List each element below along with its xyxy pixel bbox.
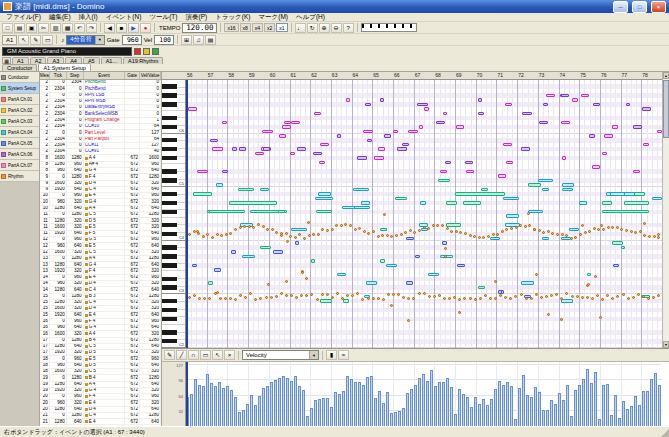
- midi-note[interactable]: [542, 188, 550, 192]
- cc-event-dot[interactable]: [257, 223, 260, 226]
- select-tool[interactable]: ↖: [18, 35, 29, 45]
- midi-note[interactable]: [505, 223, 520, 227]
- cc-event-dot[interactable]: [599, 316, 602, 319]
- cc-event-dot[interactable]: [206, 233, 209, 236]
- midi-note[interactable]: [378, 147, 385, 151]
- velocity-bar[interactable]: [610, 415, 613, 426]
- velocity-bars[interactable]: [186, 362, 662, 426]
- cc-event-dot[interactable]: [515, 226, 518, 229]
- piano-keys[interactable]: C6C5C4C3C2: [162, 80, 186, 348]
- midi-note[interactable]: [572, 98, 578, 102]
- velocity-bar[interactable]: [470, 407, 473, 426]
- cc-event-dot[interactable]: [244, 296, 247, 299]
- track-item[interactable]: Rhythm: [0, 171, 39, 182]
- midi-note[interactable]: [633, 170, 640, 174]
- cc-event-dot[interactable]: [294, 236, 297, 239]
- midi-note[interactable]: [231, 250, 236, 254]
- midi-note[interactable]: [240, 223, 253, 227]
- cc-event-dot[interactable]: [474, 298, 477, 301]
- menu-insert[interactable]: 挿入(I): [75, 14, 102, 21]
- midi-note[interactable]: [420, 201, 426, 205]
- cut-button[interactable]: ✂: [38, 23, 49, 33]
- midi-note[interactable]: [542, 237, 548, 241]
- midi-note[interactable]: [386, 264, 396, 268]
- cc-event-dot[interactable]: [383, 213, 386, 216]
- velocity-bar[interactable]: [494, 389, 497, 426]
- velocity-bar[interactable]: [570, 416, 573, 426]
- cc-event-dot[interactable]: [229, 297, 232, 300]
- cc-event-dot[interactable]: [219, 297, 222, 300]
- cc-event-dot[interactable]: [611, 226, 614, 229]
- velocity-bar[interactable]: [234, 397, 237, 426]
- velocity-bar[interactable]: [230, 390, 233, 426]
- track-item[interactable]: PartA Ch.05: [0, 138, 39, 149]
- midi-note[interactable]: [562, 156, 567, 160]
- cc-event-dot[interactable]: [620, 228, 623, 231]
- cc-event-dot[interactable]: [307, 221, 310, 224]
- line-tool[interactable]: ╱: [176, 350, 187, 360]
- chord-button[interactable]: ♫: [193, 35, 204, 45]
- midi-note[interactable]: [346, 98, 351, 102]
- cc-event-dot[interactable]: [404, 231, 407, 234]
- velocity-bar[interactable]: [498, 381, 501, 426]
- midi-note[interactable]: [238, 188, 254, 192]
- cc-event-dot[interactable]: [202, 235, 205, 238]
- velocity-bar[interactable]: [426, 381, 429, 426]
- velocity-bar[interactable]: [342, 391, 345, 426]
- velocity-bar[interactable]: [382, 403, 385, 426]
- eraser-tool[interactable]: ▭: [42, 35, 53, 45]
- midi-note[interactable]: [380, 259, 385, 263]
- cc-event-dot[interactable]: [377, 297, 380, 300]
- midi-note[interactable]: [652, 197, 662, 201]
- velocity-bar[interactable]: [454, 414, 457, 426]
- vertical-scrollbar[interactable]: ▲▼: [662, 72, 669, 348]
- velocity-bar[interactable]: [326, 398, 329, 426]
- midi-note[interactable]: [621, 246, 626, 250]
- cc-event-dot[interactable]: [528, 224, 531, 227]
- midi-note[interactable]: [210, 139, 218, 143]
- cc-event-dot[interactable]: [381, 234, 384, 237]
- tab-conductor[interactable]: Conductor: [2, 64, 37, 71]
- midi-note[interactable]: [222, 170, 228, 174]
- midi-note[interactable]: [229, 201, 278, 205]
- velocity-bar[interactable]: [394, 412, 397, 426]
- black-key[interactable]: [162, 339, 177, 343]
- cc-event-dot[interactable]: [387, 293, 390, 296]
- velocity-bar[interactable]: [374, 398, 377, 426]
- velocity-bar[interactable]: [262, 388, 265, 426]
- velocity-bar[interactable]: [502, 385, 505, 426]
- velocity-bar[interactable]: [574, 390, 577, 426]
- pencil-tool[interactable]: ✎: [164, 350, 175, 360]
- velocity-bar[interactable]: [530, 397, 533, 426]
- cc-event-dot[interactable]: [510, 227, 513, 230]
- undo-button[interactable]: ↶: [74, 23, 85, 33]
- midi-note[interactable]: [260, 246, 271, 250]
- cc-event-dot[interactable]: [220, 234, 223, 237]
- midi-note[interactable]: [521, 147, 531, 151]
- midi-note[interactable]: [561, 121, 570, 125]
- menu-track[interactable]: トラック(K): [211, 14, 254, 21]
- velocity-bar[interactable]: [550, 400, 553, 426]
- midi-note[interactable]: [539, 121, 548, 125]
- velocity-bar[interactable]: [202, 386, 205, 426]
- midi-note[interactable]: [561, 299, 574, 303]
- velocity-bar[interactable]: [474, 397, 477, 426]
- resize-grip[interactable]: [661, 429, 669, 437]
- cc-event-dot[interactable]: [496, 233, 499, 236]
- velocity-bar[interactable]: [594, 372, 597, 426]
- cc-event-dot[interactable]: [216, 233, 219, 236]
- velocity-bar[interactable]: [538, 392, 541, 426]
- velocity-bar[interactable]: [590, 383, 593, 426]
- velocity-bar[interactable]: [266, 386, 269, 426]
- cc-event-dot[interactable]: [571, 295, 574, 298]
- midi-note[interactable]: [602, 201, 612, 205]
- velocity-bar[interactable]: [434, 386, 437, 426]
- velocity-bar[interactable]: [278, 378, 281, 426]
- midi-note[interactable]: [367, 139, 372, 143]
- black-key[interactable]: [162, 116, 177, 120]
- midi-note[interactable]: [380, 98, 384, 102]
- midi-note[interactable]: [442, 241, 447, 245]
- tab-a1[interactable]: A1: [12, 57, 29, 64]
- cc-event-dot[interactable]: [505, 228, 508, 231]
- midi-note[interactable]: [463, 201, 481, 205]
